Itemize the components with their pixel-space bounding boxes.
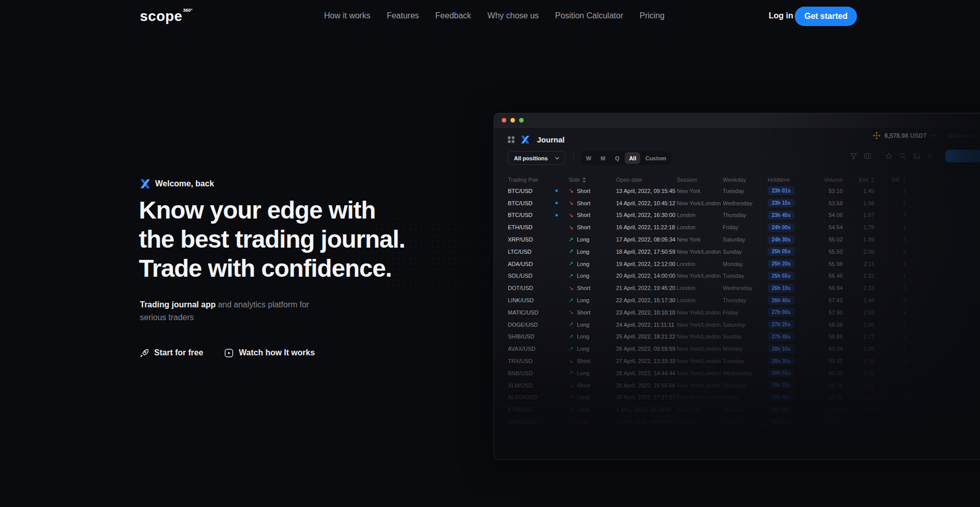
nav-link[interactable]: Position Calculator [555,11,623,20]
table-row[interactable]: ETH/USD ↘ Short 16 April, 2022, 11:22:18… [494,221,980,233]
header-side[interactable]: Side [569,177,616,183]
table-row[interactable]: BTC/USD ↘ Short 13 April, 2022, 09:15:45… [494,185,980,197]
open-date-cell: 28 April, 2022, 14:44:44 [616,370,677,376]
exit-cell: 2.55 [843,309,874,316]
holdtime-cell: 25h 05s [768,247,811,256]
header-exit[interactable]: Exit [843,177,874,183]
table-row[interactable]: DOGE/USD ↗ Long 24 April, 2022, 11:11:11… [494,319,980,331]
search-icon[interactable] [899,153,906,160]
filter-icon[interactable] [850,153,857,160]
side-label: Short [577,224,590,230]
trading-pair-cell: XRP/USD [508,236,555,243]
range-tab[interactable]: All [625,152,640,164]
table-row[interactable]: SHIB/USD ↗ Long 25 April, 2022, 18:21:22… [494,331,980,343]
table-row[interactable]: FTM/USD ↗ Long 1 May, 2022, 08:08:08 New… [494,403,980,416]
get-started-button[interactable]: Get started [795,7,857,26]
table-row[interactable]: XLM/USD ↘ Short 29 April, 2022, 16:56:56… [494,379,980,392]
close-window-button[interactable] [502,118,506,123]
side-label: Long [577,249,589,255]
image-icon[interactable] [913,153,920,160]
trades-table: BTC/USD ↘ Short 13 April, 2022, 09:15:45… [494,185,980,428]
app-grid-icon[interactable] [508,136,514,143]
session-cell: New York/London [677,333,723,340]
range-tab[interactable]: M [596,152,609,164]
nav-link[interactable]: Feedback [435,11,471,20]
sort-icon [902,177,906,183]
minimize-window-button[interactable] [510,118,515,123]
table-row[interactable]: SAND/USD ↗ Long 2 May, 2022, 09:09:09 Lo… [494,416,980,428]
trend-arrow-icon: ↗ [569,297,573,304]
columns-icon[interactable] [864,153,871,160]
primary-action-button[interactable] [945,150,980,162]
side-cell: ↗ Long [569,273,616,279]
side-label: Short [577,188,590,194]
trading-pair-cell: ETH/USD [508,224,555,230]
rr-cell: 4 [874,261,906,267]
nav-link[interactable]: Pricing [640,11,665,20]
nav-link[interactable]: How it works [324,11,371,20]
holdtime-badge: 23h 15s [768,199,795,207]
table-row[interactable]: XRP/USD ↗ Long 17 April, 2022, 08:05:34 … [494,233,980,246]
range-tab[interactable]: W [582,152,595,164]
table-row[interactable]: MATIC/USD ↘ Short 23 April, 2022, 10:10:… [494,306,980,319]
open-date-cell: 22 April, 2022, 15:17:30 [616,297,677,303]
holdtime-cell: 27h 45s [768,332,811,341]
table-row[interactable]: DOT/USD ↘ Short 21 April, 2022, 19:45:20… [494,282,980,294]
open-date-cell: 18 April, 2022, 17:50:59 [616,249,677,255]
rr-cell: 2 [874,346,906,352]
rr-cell: 1 [874,273,906,279]
holdtime-cell: 27h 25s [768,320,811,329]
session-cell: London [677,419,723,425]
holdtime-cell: 23h 01s [768,186,811,195]
holdtime-badge: 25h 05s [768,247,795,256]
positions-filter-dropdown[interactable]: All positions [508,151,565,165]
table-row[interactable]: ADA/USD ↗ Long 19 April, 2022, 12:12:00 … [494,258,980,270]
side-label: Long [577,394,589,400]
weekday-cell: Saturday [723,322,768,328]
holdtime-cell: 27h 00s [768,308,811,317]
nav-link[interactable]: Why chose us [487,11,538,20]
star-icon[interactable] [885,153,892,160]
table-row[interactable]: BNB/USD ↗ Long 28 April, 2022, 14:44:44 … [494,367,980,379]
holdtime-cell: 26h 10s [768,284,811,293]
weekday-cell: Wednesday [723,370,768,376]
table-row[interactable]: BTC/USD ↘ Short 14 April, 2022, 10:45:12… [494,197,980,209]
table-row[interactable]: AVAX/USD ↗ Long 26 April, 2022, 09:59:59… [494,343,980,355]
nav-link[interactable]: Features [387,11,419,20]
rr-cell: 1 [874,322,906,328]
loading-spinner-icon [719,417,726,423]
table-row[interactable]: SOL/USD ↗ Long 20 April, 2022, 14:00:00 … [494,270,980,282]
login-link[interactable]: Log in [769,11,793,20]
weekday-cell: Saturday [723,236,768,243]
marker-dot [555,202,569,204]
weekday-cell: Thursday [723,382,768,389]
range-tab[interactable]: Q [610,152,624,164]
header-rr[interactable]: RR [874,177,906,183]
table-row[interactable]: ALGO/USD ↗ Long 30 April, 2022, 17:17:17… [494,392,980,404]
zoom-window-button[interactable] [519,118,524,123]
settings-icon[interactable] [926,153,934,160]
weekday-cell: Friday [723,394,768,400]
side-cell: ↗ Long [569,321,616,328]
side-label: Long [577,346,589,352]
start-for-free-link[interactable]: Start for free [140,348,203,357]
brand-logo[interactable]: scope360° [140,8,192,25]
trend-arrow-icon: ↗ [569,260,573,267]
holdtime-badge: 27h 45s [768,332,795,341]
trend-arrow-icon: ↗ [569,419,573,425]
holdtime-cell: 26h 40s [768,296,811,305]
account-selector[interactable]: Metamask [948,132,976,139]
side-label: Long [577,333,589,340]
table-row[interactable]: BTC/USD ↘ Short 15 April, 2022, 16:30:00… [494,209,980,222]
table-row[interactable]: LTC/USD ↗ Long 18 April, 2022, 17:50:59 … [494,246,980,258]
open-date-cell: 30 April, 2022, 17:17:17 [616,394,677,400]
range-tab[interactable]: Custom [641,152,670,164]
trading-pair-cell: XLM/USD [508,382,555,389]
trend-arrow-icon: ↗ [569,248,573,255]
table-row[interactable]: LINK/USD ↗ Long 22 April, 2022, 15:17:30… [494,294,980,306]
exit-cell: 2.88 [843,346,874,352]
watch-how-it-works-link[interactable]: Watch how It works [225,348,315,357]
weekday-cell: Monday [723,261,768,267]
weekday-cell: Wednesday [723,200,768,206]
table-row[interactable]: TRX/USD ↘ Short 27 April, 2022, 13:33:33… [494,355,980,367]
